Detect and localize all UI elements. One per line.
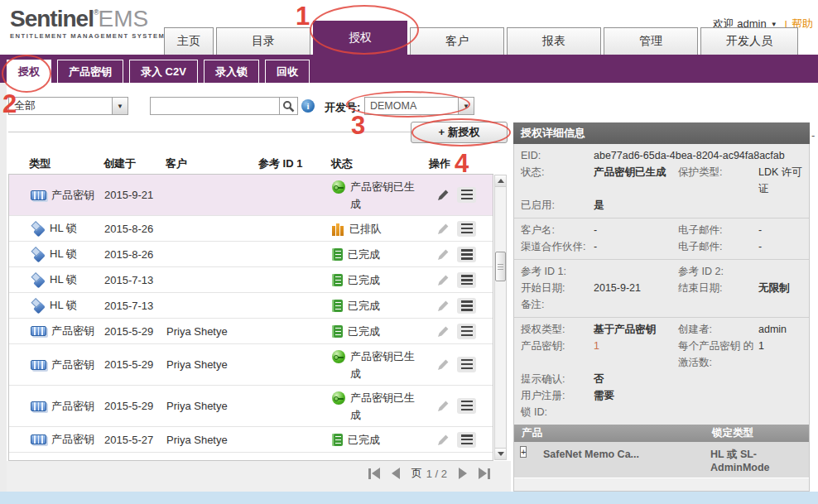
sub-tab[interactable]: 产品密钥 xyxy=(57,60,123,83)
last-page-icon[interactable] xyxy=(479,468,490,479)
column-header[interactable]: 创建于 xyxy=(103,156,166,171)
prev-page-icon[interactable] xyxy=(392,468,400,479)
column-header-product: 产品 xyxy=(522,426,712,440)
edit-pencil-icon[interactable] xyxy=(437,400,450,412)
developer-value[interactable]: DEMOMA xyxy=(364,97,458,115)
actions-menu-icon[interactable] xyxy=(457,398,476,414)
table-row[interactable]: HL 锁 2015-7-13 已完成 xyxy=(9,267,493,293)
expand-icon[interactable]: + xyxy=(520,446,527,458)
cell-actions xyxy=(430,324,493,339)
column-header[interactable]: 操作 xyxy=(429,156,493,171)
cell-status: 已完成 xyxy=(332,430,430,449)
table-row[interactable]: 产品密钥 2015-5-27 Priya Shetye 已完成 xyxy=(9,427,493,453)
status-label: 已完成 xyxy=(348,324,417,341)
actions-menu-icon[interactable] xyxy=(457,221,476,237)
cell-status: 已完成 xyxy=(332,245,430,264)
main-nav-tab[interactable]: 主页 xyxy=(164,27,214,55)
sub-tab[interactable]: 录入锁 xyxy=(204,60,259,83)
new-entitlement-button[interactable]: + 新授权 xyxy=(411,122,508,143)
search-button[interactable] xyxy=(279,97,298,115)
column-header[interactable]: 参考 ID 1 xyxy=(258,156,331,171)
status-icon xyxy=(332,325,343,338)
first-page-icon[interactable] xyxy=(368,468,380,479)
actions-menu-icon[interactable] xyxy=(457,298,476,314)
detail-label: 结束日期: xyxy=(678,280,758,296)
table-header-row: 类型创建于客户参考 ID 1状态操作 xyxy=(8,153,493,174)
actions-menu-icon[interactable] xyxy=(457,357,476,372)
column-header[interactable]: 状态 xyxy=(331,156,429,171)
actions-menu-icon[interactable] xyxy=(457,324,476,339)
scroll-up-icon[interactable] xyxy=(495,175,506,187)
edit-pencil-icon[interactable] xyxy=(437,434,450,446)
page-prefix: 页 xyxy=(411,466,422,481)
type-icon xyxy=(31,299,45,313)
actions-menu-icon[interactable] xyxy=(457,272,476,288)
actions-menu-icon[interactable] xyxy=(457,432,476,448)
main-nav-tab[interactable]: 授权 xyxy=(313,21,407,55)
detail-value-link[interactable]: 1 xyxy=(594,338,678,354)
table-row[interactable]: 产品密钥 2015-5-29 Priya Shetye 已完成 xyxy=(9,319,493,344)
developer-dropdown[interactable]: DEMOMA ▼ xyxy=(364,97,474,115)
status-label: 产品密钥已生成 xyxy=(350,348,420,383)
search-input[interactable] xyxy=(150,97,279,115)
main-nav-tab[interactable]: 报表 xyxy=(507,27,601,55)
table-scrollbar[interactable] xyxy=(494,175,507,460)
collapse-handle[interactable]: - xyxy=(811,129,815,142)
table-row[interactable]: 产品密钥 2015-9-21 产品密钥已生成 xyxy=(9,175,493,216)
table-row[interactable]: 产品密钥 2015-5-29 Priya Shetye 产品密钥已生成 xyxy=(9,386,493,427)
cell-status: 已完成 xyxy=(332,296,430,315)
type-filter-value[interactable]: 全部 xyxy=(8,97,112,115)
actions-menu-icon[interactable] xyxy=(457,247,476,262)
column-header[interactable]: 客户 xyxy=(166,156,258,171)
edit-pencil-icon[interactable] xyxy=(437,248,450,261)
edit-pencil-icon[interactable] xyxy=(437,274,450,286)
table-row[interactable]: HL 锁 2015-8-26 已完成 xyxy=(9,242,493,267)
status-icon xyxy=(332,180,345,194)
cell-actions xyxy=(430,247,493,262)
edit-pencil-icon[interactable] xyxy=(437,300,450,312)
detail-row: 渠道合作伙伴:-电子邮件:- xyxy=(514,238,809,255)
edit-pencil-icon[interactable] xyxy=(437,189,450,201)
edit-pencil-icon[interactable] xyxy=(437,223,450,235)
status-icon xyxy=(332,248,343,261)
app-logo: Sentinel®EMS ENTITLEMENT MANAGEMENT SYST… xyxy=(10,7,165,40)
details-panel-title: 授权详细信息 xyxy=(513,122,810,144)
page-value: 1 / 2 xyxy=(426,468,447,480)
chevron-down-icon[interactable]: ▼ xyxy=(458,97,474,115)
scrollbar-thumb[interactable] xyxy=(495,252,506,281)
brand-name: Sentinel xyxy=(10,6,94,31)
detail-label: 开始日期: xyxy=(521,280,594,296)
main-nav-tab[interactable]: 客户 xyxy=(410,27,504,55)
table-row[interactable]: 产品密钥 2015-5-29 Priya Shetye 产品密钥已生成 xyxy=(9,344,493,386)
detail-value: - xyxy=(594,222,678,238)
main-nav-tab[interactable]: 目录 xyxy=(216,27,310,55)
product-row[interactable]: + SafeNet Memo Ca... HL 或 SL-AdminMode xyxy=(514,442,809,478)
info-icon[interactable]: i xyxy=(301,99,315,113)
table-row[interactable]: HL 锁 2015-8-26 已排队 xyxy=(9,216,493,242)
cell-actions xyxy=(430,398,493,414)
cell-type: 产品密钥 xyxy=(9,188,104,203)
main-nav-tab[interactable]: 开发人员 xyxy=(700,27,798,55)
chevron-down-icon[interactable]: ▼ xyxy=(112,97,128,115)
sub-tab[interactable]: 授权 xyxy=(7,60,51,83)
status-label: 已排队 xyxy=(349,221,419,238)
detail-section: EID:abe77ad6-65da-4bea-8204-ac94fa8acfab… xyxy=(514,144,809,218)
edit-pencil-icon[interactable] xyxy=(437,325,450,338)
sub-tab-label: 回收 xyxy=(277,65,298,79)
actions-menu-icon[interactable] xyxy=(457,187,476,203)
detail-value: 是 xyxy=(594,197,678,214)
type-label: HL 锁 xyxy=(50,247,77,262)
sub-tab[interactable]: 录入 C2V xyxy=(129,60,198,83)
status-label: 已完成 xyxy=(348,298,417,315)
type-icon xyxy=(31,247,45,262)
detail-row: 产品密钥:1每个产品密钥 的激活数:1 xyxy=(514,338,809,371)
next-page-icon[interactable] xyxy=(459,468,467,479)
sub-tab[interactable]: 回收 xyxy=(265,60,310,83)
column-header[interactable]: 类型 xyxy=(8,156,103,171)
edit-pencil-icon[interactable] xyxy=(437,358,450,371)
main-nav-tab[interactable]: 管理 xyxy=(604,27,698,55)
table-row[interactable]: HL 锁 2015-7-13 已完成 xyxy=(9,293,493,319)
detail-row: 开始日期:2015-9-21结束日期:无限制 xyxy=(514,280,809,296)
type-filter-dropdown[interactable]: 全部 ▼ xyxy=(8,97,128,115)
scroll-down-icon[interactable] xyxy=(495,448,506,459)
